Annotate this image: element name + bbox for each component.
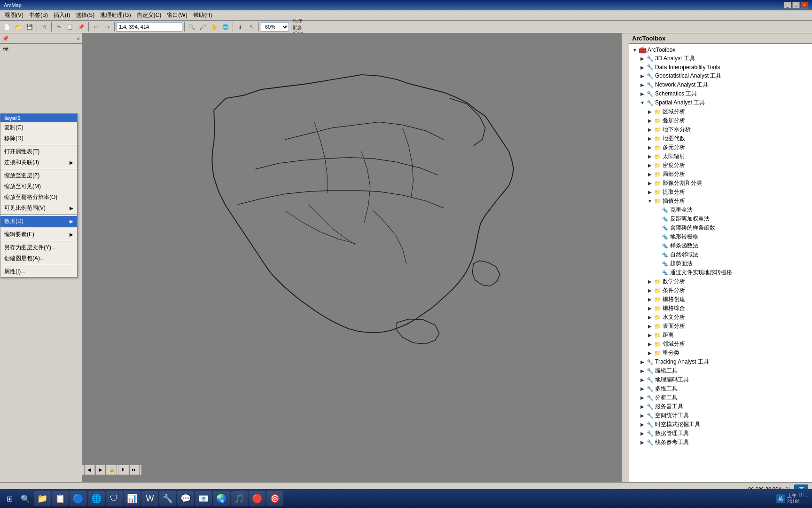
zoom-in-btn[interactable]: 🔍 xyxy=(187,22,197,32)
tree-geocode[interactable]: ▶ 🔧 地理编码工具 xyxy=(631,375,810,384)
nav-lock[interactable]: 🔒 xyxy=(107,465,117,475)
maximize-button[interactable]: □ xyxy=(792,2,800,8)
tree-local[interactable]: ▶ 📁 局部分析 xyxy=(631,170,810,179)
taskbar-security[interactable]: 🛡 xyxy=(106,491,123,506)
tree-interp[interactable]: ▼ 📁 插值分析 xyxy=(631,197,810,206)
taskbar-excel[interactable]: 📊 xyxy=(124,491,141,506)
taskbar-email[interactable]: 📧 xyxy=(195,491,212,506)
toggle-schematics[interactable]: ▶ xyxy=(639,90,646,98)
toggle-spatial-stats[interactable]: ▶ xyxy=(639,412,646,420)
toggle-solar[interactable]: ▶ xyxy=(646,153,654,160)
layer-item[interactable]: 🗺 xyxy=(3,47,79,52)
menu-select[interactable]: 选择(S) xyxy=(73,10,97,20)
toggle-interp[interactable]: ▼ xyxy=(646,198,654,205)
print-btn[interactable]: 🖨 xyxy=(39,22,49,32)
select-btn[interactable]: ↖ xyxy=(246,22,257,32)
menu-geoprocess[interactable]: 地理处理(G) xyxy=(97,10,133,20)
tree-density[interactable]: ▶ 📁 密度分析 xyxy=(631,161,810,170)
taskbar-files[interactable]: 📁 xyxy=(34,491,51,506)
toggle-groundwater[interactable]: ▶ xyxy=(646,126,654,134)
editor-btn[interactable]: 地理配套(G)▼ xyxy=(293,22,304,32)
tree-linear-ref[interactable]: ▶ 🔧 线条参考工具 xyxy=(631,438,810,447)
ctx-create-pkg[interactable]: 创建图层包(A)... xyxy=(0,253,77,264)
taskbar-browser[interactable]: 🌐 xyxy=(88,491,105,506)
tree-datamanage[interactable]: ▶ 🔧 数据管理工具 xyxy=(631,429,810,438)
copy-btn[interactable]: 📋 xyxy=(65,22,75,32)
toggle-hydro[interactable]: ▶ xyxy=(646,314,654,321)
toggle-reclassify[interactable]: ▶ xyxy=(646,349,654,357)
taskbar-red[interactable]: 🔴 xyxy=(249,491,265,506)
close-button[interactable]: × xyxy=(801,2,808,8)
toggle-mapalg[interactable]: ▶ xyxy=(646,135,654,143)
undo-btn[interactable]: ↩ xyxy=(91,22,101,32)
taskbar-target[interactable]: 🎯 xyxy=(266,491,283,506)
tree-spline[interactable]: ▶ 🔩 样条函数法 xyxy=(631,241,810,250)
taskbar-media[interactable]: 🎵 xyxy=(231,491,248,506)
toggle-root[interactable]: ▼ xyxy=(631,46,639,54)
tree-overlay[interactable]: ▶ 📁 叠加分析 xyxy=(631,116,810,125)
open-btn[interactable]: 📂 xyxy=(13,22,23,32)
tree-spatial-stats[interactable]: ▶ 🔧 空间统计工具 xyxy=(631,411,810,420)
panel-close-btn[interactable]: × xyxy=(77,36,80,41)
search-btn[interactable]: 🔍 xyxy=(18,491,33,506)
toggle-spacetime[interactable]: ▶ xyxy=(639,421,646,429)
start-btn[interactable]: ⊞ xyxy=(2,491,17,506)
tree-topo-file[interactable]: ▶ 🔩 通过文件实现地形转栅格 xyxy=(631,268,810,277)
toggle-raster-gen[interactable]: ▶ xyxy=(646,305,654,312)
toggle-interop[interactable]: ▶ xyxy=(639,64,646,71)
tree-3d-analyst[interactable]: ▶ 🔧 3D Analyst 工具 xyxy=(631,54,810,63)
toggle-linear-ref[interactable]: ▶ xyxy=(639,439,646,446)
ctx-copy[interactable]: 复制(C) xyxy=(0,122,77,133)
tree-kriging[interactable]: ▶ 🔩 克里金法 xyxy=(631,206,810,214)
toggle-multidim[interactable]: ▶ xyxy=(639,385,646,393)
taskbar-tools[interactable]: 🔧 xyxy=(159,491,176,506)
toggle-neighbor[interactable]: ▶ xyxy=(646,341,654,348)
toggle-math[interactable]: ▶ xyxy=(646,278,654,286)
toggle-multivariate[interactable]: ▶ xyxy=(646,144,654,151)
map-area[interactable]: ◀ ▶ 🔒 ⏸ ⏭ xyxy=(82,33,629,482)
tree-geostat[interactable]: ▶ 🔧 Geostatistical Analyst 工具 xyxy=(631,71,810,80)
taskbar-globe2[interactable]: 🌏 xyxy=(213,491,230,506)
menu-window[interactable]: 窗口(W) xyxy=(164,10,190,20)
ctx-zoom-res[interactable]: 缩放至栅格分辨率(O) xyxy=(0,192,77,203)
tree-multivariate[interactable]: ▶ 📁 多元分析 xyxy=(631,143,810,152)
ctx-open-attr[interactable]: 打开属性表(T) xyxy=(0,146,77,157)
tree-barrier-spline[interactable]: ▶ 🔩 含障碍的样条函数 xyxy=(631,223,810,232)
ctx-zoom-layer[interactable]: 缩放至图层(Z) xyxy=(0,170,77,181)
redo-btn[interactable]: ↪ xyxy=(102,22,112,32)
taskbar-circle[interactable]: 🔵 xyxy=(70,491,87,506)
tree-zone[interactable]: ▶ 📁 区域分析 xyxy=(631,107,810,116)
toggle-server[interactable]: ▶ xyxy=(639,403,646,411)
tree-raster-gen[interactable]: ▶ 📁 栅格综合 xyxy=(631,304,810,313)
ctx-join[interactable]: 连接和关联(J) ▶ xyxy=(0,157,77,168)
ctx-data[interactable]: 数据(D) ▶ xyxy=(0,216,77,227)
tree-natural-neighbor[interactable]: ▶ 🔩 自然邻域法 xyxy=(631,250,810,259)
toggle-segclass[interactable]: ▶ xyxy=(646,180,654,187)
tree-neighbor[interactable]: ▶ 📁 邻域分析 xyxy=(631,340,810,349)
tree-reclassify[interactable]: ▶ 📁 里分类 xyxy=(631,349,810,357)
toggle-edit-tools[interactable]: ▶ xyxy=(639,367,646,375)
nav-end[interactable]: ⏭ xyxy=(129,465,140,475)
toggle-surface[interactable]: ▶ xyxy=(646,323,654,330)
ctx-properties[interactable]: 属性(I)... xyxy=(0,266,77,277)
tree-distance[interactable]: ▶ 📁 距离 xyxy=(631,331,810,340)
toggle-geocode[interactable]: ▶ xyxy=(639,376,646,384)
toggle-cond[interactable]: ▶ xyxy=(646,287,654,294)
ctx-save-layer[interactable]: 另存为图层文件(Y)... xyxy=(0,242,77,253)
tree-groundwater[interactable]: ▶ 📁 地下水分析 xyxy=(631,125,810,134)
taskbar-chat[interactable]: 💬 xyxy=(177,491,194,506)
ctx-edit-feature[interactable]: 编辑要素(E) ▶ xyxy=(0,229,77,240)
menu-customize[interactable]: 自定义(C) xyxy=(134,10,164,20)
nav-pause[interactable]: ⏸ xyxy=(118,465,128,475)
zoom-percent[interactable]: 60% xyxy=(261,22,289,32)
tree-network[interactable]: ▶ 🔧 Network Analyst 工具 xyxy=(631,80,810,89)
tree-raster-create[interactable]: ▶ 📁 栅格创建 xyxy=(631,295,810,304)
tree-tracking[interactable]: ▶ 🔧 Tracking Analyst 工具 xyxy=(631,357,810,366)
identify-btn[interactable]: ℹ xyxy=(235,22,245,32)
toggle-distance[interactable]: ▶ xyxy=(646,332,654,339)
cut-btn[interactable]: ✂ xyxy=(54,22,64,32)
toggle-density[interactable]: ▶ xyxy=(646,162,654,169)
tree-analysis[interactable]: ▶ 🔧 分析工具 xyxy=(631,393,810,402)
ctx-zoom-visible[interactable]: 缩放至可见(M) xyxy=(0,181,77,192)
nav-prev[interactable]: ◀ xyxy=(84,465,94,475)
